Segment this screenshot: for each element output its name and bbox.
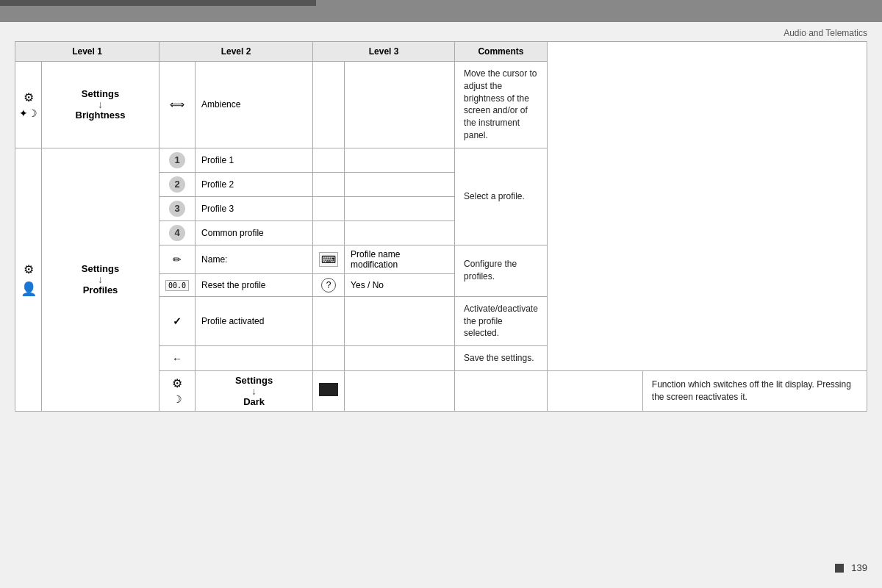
brightness-l3-icon-cell xyxy=(313,62,345,148)
keyboard-icon: ⌨ xyxy=(319,252,338,267)
name-text-cell: Name: xyxy=(196,245,313,273)
cp-icon-cell: 4 xyxy=(159,220,196,245)
footer-square xyxy=(835,564,844,573)
page-number: 139 xyxy=(851,562,867,573)
profile1-row: ⚙ 👤 Settings ↓ Profiles 1 Profile 1 Sel xyxy=(15,148,867,172)
arrow-down-icon: ↓ xyxy=(48,99,153,110)
settings-label: Settings xyxy=(82,88,119,99)
ambience-icon-cell: ⟺ xyxy=(159,62,196,148)
gear-icon: ⚙ xyxy=(18,90,39,104)
back-text-cell xyxy=(196,346,313,371)
check-icon-cell: ✓ xyxy=(159,296,196,345)
p1-icon-cell: 1 xyxy=(159,148,196,172)
question-icon-cell: ? xyxy=(313,273,345,296)
name-icon-cell: ✏ xyxy=(159,245,196,273)
col-header-level2: Level 2 xyxy=(159,42,313,62)
brightness-l3-text-cell xyxy=(345,62,455,148)
p1-l3-text xyxy=(345,148,455,172)
p3-l3-text xyxy=(345,196,455,220)
dark-settings-label: Settings xyxy=(235,375,273,386)
profiles-label: Profiles xyxy=(83,284,118,295)
col-header-comments: Comments xyxy=(455,42,548,62)
moon-icon: ☽ xyxy=(162,393,193,405)
check-icon: ✓ xyxy=(173,315,182,327)
common-profile-label: Common profile xyxy=(201,228,264,238)
activated-l3-icon xyxy=(313,296,345,345)
select-profile-comment: Select a profile. xyxy=(455,148,548,245)
dark-comment: Function which switches off the lit disp… xyxy=(642,370,867,411)
profiles-settings-label: Settings xyxy=(82,263,119,274)
p1-text-cell: Profile 1 xyxy=(196,148,313,172)
page-title: Audio and Telematics xyxy=(784,28,867,38)
cp-l3-text xyxy=(345,220,455,245)
back-l3-icon xyxy=(313,346,345,371)
dark-icon-cell xyxy=(313,370,345,411)
reset-icon-cell: 00.0 xyxy=(159,273,196,296)
main-table-container: Level 1 Level 2 Level 3 Comments ⚙ ✦☽ xyxy=(15,41,867,412)
back-l3-text xyxy=(345,346,455,371)
profile-activated-text-cell: Profile activated xyxy=(196,296,313,345)
profile-activated-label: Profile activated xyxy=(201,316,264,326)
ambience-text-cell: Ambience xyxy=(196,62,313,148)
top-bar-accent xyxy=(0,0,316,6)
brightness-icons-cell: ⚙ ✦☽ xyxy=(15,62,42,148)
name-label: Name: xyxy=(201,254,227,265)
person-icon: 👤 xyxy=(18,281,39,297)
brightness-label: Brightness xyxy=(76,110,126,121)
save-settings-comment: Save the settings. xyxy=(455,346,548,371)
cp-text-cell: Common profile xyxy=(196,220,313,245)
ambience-label: Ambience xyxy=(201,99,240,110)
p2-l3-icon xyxy=(313,172,345,196)
main-table: Level 1 Level 2 Level 3 Comments ⚙ ✦☽ xyxy=(15,41,867,412)
black-rect-icon xyxy=(319,383,338,396)
brightness-level1-cell: Settings ↓ Brightness xyxy=(42,62,159,148)
profiles-level1-cell: Settings ↓ Profiles xyxy=(42,148,159,411)
profile-name-mod-label: Profile namemodification xyxy=(351,249,400,270)
reset-label: Reset the profile xyxy=(201,280,265,290)
pencil-icon: ✏ xyxy=(173,254,182,265)
p3-text-cell: Profile 3 xyxy=(196,196,313,220)
profile3-badge: 3 xyxy=(169,201,185,217)
dark-l3-text xyxy=(547,370,642,411)
profile1-badge: 1 xyxy=(169,152,185,168)
col-header-level3: Level 3 xyxy=(313,42,455,62)
p3-icon-cell: 3 xyxy=(159,196,196,220)
question-icon: ? xyxy=(321,278,336,293)
dark-icons-cell: ⚙ ☽ xyxy=(159,370,196,411)
profiles-icons-cell: ⚙ 👤 xyxy=(15,148,42,411)
dark-label: Dark xyxy=(243,396,265,407)
top-bar xyxy=(0,0,882,22)
keyboard-icon-cell: ⌨ xyxy=(313,245,345,273)
dark-arrow-down: ↓ xyxy=(201,386,306,396)
profile4-badge: 4 xyxy=(169,225,185,241)
col-header-level1: Level 1 xyxy=(15,42,159,62)
yes-no-label: Yes / No xyxy=(351,280,384,290)
gear-icon-2: ⚙ xyxy=(18,262,39,276)
p2-l3-text xyxy=(345,172,455,196)
p2-text-cell: Profile 2 xyxy=(196,172,313,196)
back-icon: ← xyxy=(172,353,182,365)
p1-l3-icon xyxy=(313,148,345,172)
page-header: Audio and Telematics xyxy=(0,22,882,41)
profile-name-mod-cell: Profile namemodification xyxy=(345,245,455,273)
activated-l3-text xyxy=(345,296,455,345)
arrow-lr-icon: ⟺ xyxy=(170,98,184,110)
profile1-label: Profile 1 xyxy=(201,155,234,165)
dark-level1-cell: Settings ↓ Dark xyxy=(196,370,313,411)
dark-l3-icon xyxy=(455,370,548,411)
profile3-label: Profile 3 xyxy=(201,204,234,214)
reset-icon: 00.0 xyxy=(165,280,189,291)
reset-text-cell: Reset the profile xyxy=(196,273,313,296)
brightness-icon: ✦☽ xyxy=(18,107,39,119)
cp-l3-icon xyxy=(313,220,345,245)
activate-deactivate-comment: Activate/deactivate the profile selected… xyxy=(455,296,548,345)
back-icon-cell: ← xyxy=(159,346,196,371)
profile2-badge: 2 xyxy=(169,176,185,193)
p2-icon-cell: 2 xyxy=(159,172,196,196)
profile2-label: Profile 2 xyxy=(201,179,234,190)
footer: 139 xyxy=(835,562,867,573)
yes-no-cell: Yes / No xyxy=(345,273,455,296)
table-header-row: Level 1 Level 2 Level 3 Comments xyxy=(15,42,867,62)
p3-l3-icon xyxy=(313,196,345,220)
brightness-comment: Move the cursor to adjust the brightness… xyxy=(455,62,548,148)
